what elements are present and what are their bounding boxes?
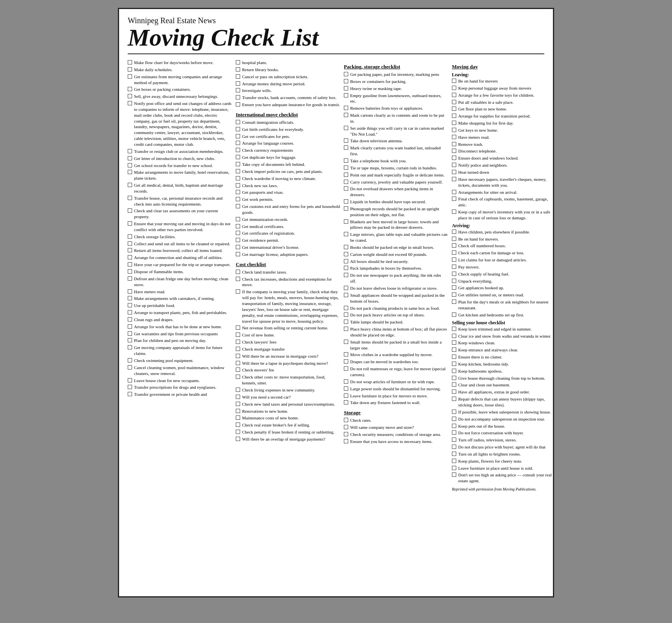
checkbox-icon[interactable] (344, 138, 348, 143)
checkbox-icon[interactable] (236, 430, 240, 434)
checkbox-icon[interactable] (128, 276, 132, 281)
checkbox-icon[interactable] (236, 277, 240, 281)
checkbox-icon[interactable] (128, 317, 132, 322)
checkbox-icon[interactable] (128, 196, 132, 200)
checkbox-icon[interactable] (128, 74, 132, 79)
checkbox-icon[interactable] (452, 430, 456, 435)
checkbox-icon[interactable] (452, 107, 456, 111)
checkbox-icon[interactable] (236, 60, 240, 64)
checkbox-icon[interactable] (236, 183, 240, 187)
checkbox-icon[interactable] (236, 102, 240, 107)
checkbox-icon[interactable] (452, 177, 456, 181)
checkbox-icon[interactable] (128, 331, 132, 336)
checkbox-icon[interactable] (236, 217, 240, 221)
checkbox-icon[interactable] (128, 392, 132, 396)
checkbox-icon[interactable] (452, 390, 456, 394)
checkbox-icon[interactable] (236, 74, 240, 79)
checkbox-icon[interactable] (236, 368, 240, 372)
checkbox-icon[interactable] (452, 170, 456, 174)
checkbox-icon[interactable] (128, 248, 132, 252)
checkbox-icon[interactable] (236, 134, 240, 138)
checkbox-icon[interactable] (236, 437, 240, 441)
checkbox-icon[interactable] (128, 255, 132, 259)
checkbox-icon[interactable] (236, 354, 240, 358)
checkbox-icon[interactable] (452, 279, 456, 283)
checkbox-icon[interactable] (344, 273, 348, 277)
checkbox-icon[interactable] (236, 245, 240, 249)
checkbox-icon[interactable] (344, 173, 348, 177)
checkbox-icon[interactable] (236, 197, 240, 201)
checkbox-icon[interactable] (128, 156, 132, 160)
checkbox-icon[interactable] (344, 158, 348, 163)
checkbox-icon[interactable] (344, 312, 348, 317)
checkbox-icon[interactable] (452, 472, 456, 477)
checkbox-icon[interactable] (236, 395, 240, 399)
checkbox-icon[interactable] (452, 243, 456, 248)
checkbox-icon[interactable] (452, 197, 456, 201)
checkbox-icon[interactable] (452, 292, 456, 297)
checkbox-icon[interactable] (128, 378, 132, 382)
checkbox-icon[interactable] (236, 95, 240, 99)
checkbox-icon[interactable] (128, 234, 132, 239)
checkbox-icon[interactable] (344, 199, 348, 204)
checkbox-icon[interactable] (452, 135, 456, 139)
checkbox-icon[interactable] (452, 272, 456, 276)
checkbox-icon[interactable] (452, 142, 456, 146)
checkbox-icon[interactable] (128, 208, 132, 213)
checkbox-icon[interactable] (344, 432, 348, 436)
checkbox-icon[interactable] (344, 93, 348, 97)
checkbox-icon[interactable] (452, 327, 456, 331)
checkbox-icon[interactable] (236, 169, 240, 173)
checkbox-icon[interactable] (344, 232, 348, 236)
checkbox-icon[interactable] (128, 303, 132, 307)
checkbox-icon[interactable] (452, 128, 456, 132)
checkbox-icon[interactable] (236, 409, 240, 413)
checkbox-icon[interactable] (236, 141, 240, 145)
checkbox-icon[interactable] (236, 81, 240, 86)
checkbox-icon[interactable] (128, 94, 132, 98)
checkbox-icon[interactable] (452, 382, 456, 387)
checkbox-icon[interactable] (236, 190, 240, 194)
checkbox-icon[interactable] (128, 365, 132, 369)
checkbox-icon[interactable] (236, 375, 240, 379)
checkbox-icon[interactable] (236, 204, 240, 208)
checkbox-icon[interactable] (452, 410, 456, 414)
checkbox-icon[interactable] (344, 245, 348, 249)
checkbox-icon[interactable] (236, 402, 240, 406)
checkbox-icon[interactable] (128, 221, 132, 226)
checkbox-icon[interactable] (128, 345, 132, 349)
checkbox-icon[interactable] (128, 170, 132, 174)
checkbox-icon[interactable] (236, 127, 240, 131)
checkbox-icon[interactable] (452, 300, 456, 304)
checkbox-icon[interactable] (344, 286, 348, 290)
checkbox-icon[interactable] (452, 93, 456, 97)
checkbox-icon[interactable] (344, 72, 348, 76)
checkbox-icon[interactable] (236, 252, 240, 256)
checkbox-icon[interactable] (344, 400, 348, 404)
checkbox-icon[interactable] (344, 252, 348, 256)
checkbox-icon[interactable] (344, 106, 348, 110)
checkbox-icon[interactable] (344, 180, 348, 184)
checkbox-icon[interactable] (236, 361, 240, 365)
checkbox-icon[interactable] (128, 149, 132, 153)
checkbox-icon[interactable] (236, 162, 240, 166)
checkbox-icon[interactable] (344, 352, 348, 357)
checkbox-icon[interactable] (128, 358, 132, 362)
checkbox-icon[interactable] (344, 320, 348, 324)
checkbox-icon[interactable] (236, 67, 240, 72)
checkbox-icon[interactable] (452, 334, 456, 338)
checkbox-icon[interactable] (128, 324, 132, 329)
checkbox-icon[interactable] (236, 224, 240, 228)
checkbox-icon[interactable] (452, 86, 456, 90)
checkbox-icon[interactable] (452, 114, 456, 118)
checkbox-icon[interactable] (452, 417, 456, 421)
checkbox-icon[interactable] (128, 67, 132, 72)
checkbox-icon[interactable] (128, 269, 132, 274)
checkbox-icon[interactable] (236, 88, 240, 92)
checkbox-icon[interactable] (344, 393, 348, 398)
checkbox-icon[interactable] (452, 437, 456, 442)
checkbox-icon[interactable] (344, 145, 348, 150)
checkbox-icon[interactable] (128, 163, 132, 167)
checkbox-icon[interactable] (344, 306, 348, 310)
checkbox-icon[interactable] (452, 347, 456, 352)
